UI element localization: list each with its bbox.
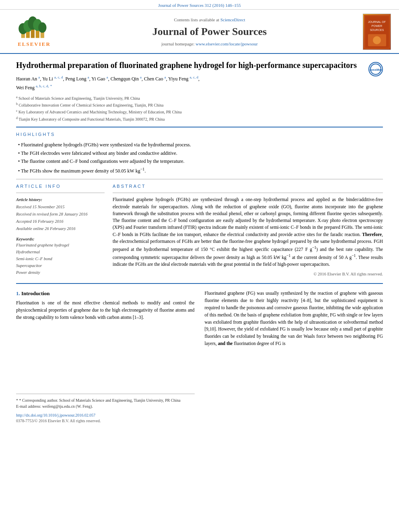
homepage-line: journal homepage: www.elsevier.com/locat… bbox=[60, 41, 359, 47]
available-date: Available online 26 February 2016 bbox=[16, 226, 76, 231]
accepted-date: Accepted 16 February 2016 bbox=[16, 219, 64, 224]
keyword-1: Fluorinated graphene hydrogel bbox=[16, 243, 69, 247]
journal-title-heading: Journal of Power Sources bbox=[60, 25, 359, 39]
corresponding-footnote: * * Corresponding author. School of Mate… bbox=[16, 397, 195, 403]
keyword-5: Power density bbox=[16, 270, 40, 275]
doi-line: http://dx.doi.org/10.1016/j.jpowsour.201… bbox=[16, 413, 195, 418]
abstract-label: ABSTRACT bbox=[113, 183, 383, 189]
footnote-area: * * Corresponding author. School of Mate… bbox=[16, 394, 195, 424]
highlights-label: HIGHLIGHTS bbox=[16, 131, 383, 138]
intro-paragraph-left: Fluorination is one of the most effectiv… bbox=[16, 300, 195, 321]
intro-heading: 1. Introduction bbox=[16, 290, 195, 297]
highlight-item-4: The FGHs show the maximum power density … bbox=[18, 166, 383, 175]
highlight-item-3: The fluorine content and C–F bond config… bbox=[18, 157, 383, 165]
elsevier-logo: ELSEVIER bbox=[8, 16, 60, 48]
svg-text:POWER: POWER bbox=[371, 25, 382, 27]
email-text: E-mail address: weifeng@tju.edu.cn (W. F… bbox=[16, 404, 93, 409]
svg-text:CrossMark: CrossMark bbox=[370, 68, 382, 72]
keyword-3: Semi-ionic C–F bond bbox=[16, 257, 52, 261]
top-bar: Journal of Power Sources 312 (2016) 146–… bbox=[0, 0, 399, 10]
divider-2 bbox=[16, 179, 383, 179]
corresponding-text: * Corresponding author. School of Materi… bbox=[19, 398, 181, 403]
keyword-4: Supercapacitor bbox=[16, 263, 42, 268]
highlight-item-1: Fluorinated graphene hydrogels (FGHs) we… bbox=[18, 141, 383, 149]
header-center: Contents lists available at ScienceDirec… bbox=[60, 17, 359, 47]
keywords-list: Fluorinated graphene hydrogel Hydrotherm… bbox=[16, 242, 105, 276]
keywords-section: Keywords: Fluorinated graphene hydrogel … bbox=[16, 236, 105, 276]
intro-left-col: 1. Introduction Fluorination is one of t… bbox=[16, 290, 195, 424]
divider-abstract bbox=[113, 193, 383, 193]
article-title: Hydrothermal preparation of fluorinated … bbox=[16, 60, 383, 70]
cover-icon: JOURNAL OF POWER SOURCES bbox=[364, 15, 390, 49]
doi-link[interactable]: http://dx.doi.org/10.1016/j.jpowsour.201… bbox=[16, 413, 95, 417]
contents-line: Contents lists available at ScienceDirec… bbox=[60, 17, 359, 23]
keyword-2: Hydrothermal bbox=[16, 250, 40, 254]
crossmark-badge: CrossMark bbox=[368, 62, 383, 76]
email-footnote: E-mail address: weifeng@tju.edu.cn (W. F… bbox=[16, 403, 195, 409]
section-title: Introduction bbox=[21, 290, 50, 296]
intro-section: 1. Introduction Fluorination is one of t… bbox=[16, 290, 383, 424]
issn-text: 0378-7753/© 2016 Elsevier B.V. All right… bbox=[16, 419, 101, 423]
history-label: Article history: bbox=[16, 197, 42, 202]
contents-label: Contents lists available at bbox=[174, 17, 219, 22]
divider-1 bbox=[16, 127, 383, 127]
header-left: ELSEVIER bbox=[8, 16, 60, 48]
intro-paragraph-right: Fluorinated graphene (FG) was usually sy… bbox=[205, 290, 383, 347]
article-info-label: ARTICLE INFO bbox=[16, 183, 105, 189]
elsevier-tree-icon bbox=[18, 16, 50, 40]
article-history: Article history: Received 15 November 20… bbox=[16, 196, 105, 232]
highlights-list: Fluorinated graphene hydrogels (FGHs) we… bbox=[16, 141, 383, 175]
homepage-link[interactable]: www.elsevier.com/locate/jpowsour bbox=[195, 41, 257, 46]
header-right: JOURNAL OF POWER SOURCES bbox=[359, 14, 391, 50]
header-area: ELSEVIER Contents lists available at Sci… bbox=[0, 10, 399, 54]
main-content: CrossMark Hydrothermal preparation of fl… bbox=[0, 54, 399, 430]
authors-line: Haoran An a, Yu Li a, c, d, Peng Long a,… bbox=[16, 74, 383, 91]
svg-text:JOURNAL OF: JOURNAL OF bbox=[368, 21, 385, 23]
svg-point-9 bbox=[38, 23, 46, 33]
affiliation-a: School of Materials Science and Engineer… bbox=[19, 96, 140, 101]
homepage-label: journal homepage: bbox=[161, 41, 194, 46]
svg-text:SOURCES: SOURCES bbox=[370, 29, 384, 31]
intro-body-cols: 1. Introduction Fluorination is one of t… bbox=[16, 290, 383, 424]
highlight-item-2: The FGH electrodes were fabricated witho… bbox=[18, 149, 383, 157]
article-info-col: ARTICLE INFO Article history: Received 1… bbox=[16, 183, 105, 277]
divider-info bbox=[16, 193, 105, 193]
affiliations: a School of Materials Science and Engine… bbox=[16, 95, 383, 123]
svg-point-16 bbox=[373, 36, 381, 44]
elsevier-wordmark: ELSEVIER bbox=[18, 41, 51, 48]
highlights-section: HIGHLIGHTS Fluorinated graphene hydrogel… bbox=[16, 131, 383, 175]
keywords-label: Keywords: bbox=[16, 236, 105, 242]
copyright-line: © 2016 Elsevier B.V. All rights reserved… bbox=[113, 271, 383, 277]
affiliation-c: Key Laboratory of Advanced Ceramics and … bbox=[19, 110, 182, 115]
section-number: 1. bbox=[16, 290, 20, 296]
revised-date: Received in revised form 28 January 2016 bbox=[16, 212, 87, 216]
crossmark: CrossMark bbox=[368, 62, 383, 76]
received-date: Received 15 November 2015 bbox=[16, 205, 64, 209]
divider-3 bbox=[16, 283, 383, 284]
affiliation-b: Collaborative Innovation Center of Chemi… bbox=[19, 103, 164, 107]
journal-ref: Journal of Power Sources 312 (2016) 146–… bbox=[158, 3, 241, 8]
issn-line: 0378-7753/© 2016 Elsevier B.V. All right… bbox=[16, 418, 195, 424]
affiliation-d: Tianjin Key Laboratory of Composite and … bbox=[19, 117, 165, 121]
abstract-text: Fluorinated graphene hydrogels (FGHs) ar… bbox=[113, 196, 383, 268]
abstract-col: ABSTRACT Fluorinated graphene hydrogels … bbox=[113, 183, 383, 277]
crossmark-icon: CrossMark bbox=[370, 63, 382, 75]
journal-cover-image: JOURNAL OF POWER SOURCES bbox=[363, 14, 391, 50]
intro-right-col: Fluorinated graphene (FG) was usually sy… bbox=[205, 290, 383, 424]
info-abstract-section: ARTICLE INFO Article history: Received 1… bbox=[16, 183, 383, 277]
sciencedirect-link[interactable]: ScienceDirect bbox=[220, 17, 245, 22]
